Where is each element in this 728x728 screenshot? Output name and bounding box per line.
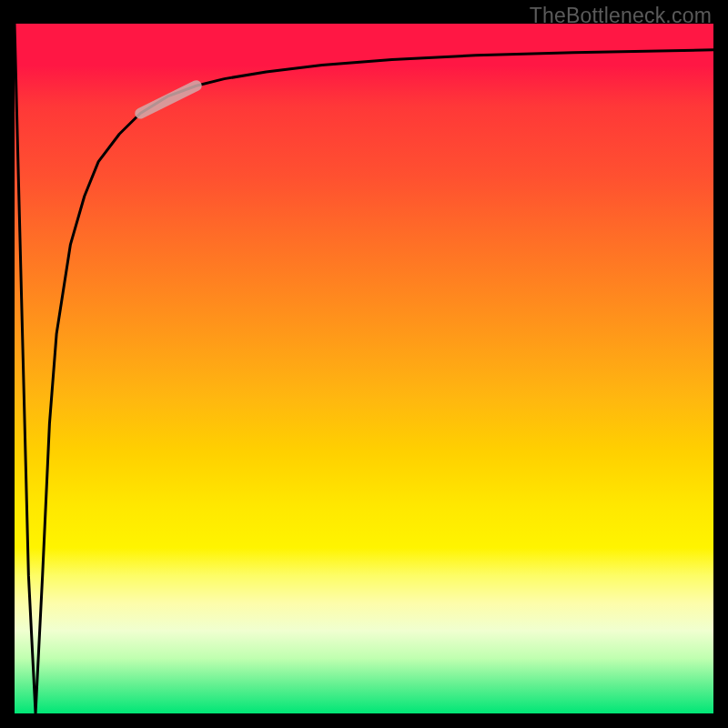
- chart-container: TheBottleneck.com: [0, 0, 728, 728]
- highlight-segment: [140, 86, 196, 113]
- bottleneck-curve: [15, 24, 713, 713]
- chart-svg: [15, 24, 713, 713]
